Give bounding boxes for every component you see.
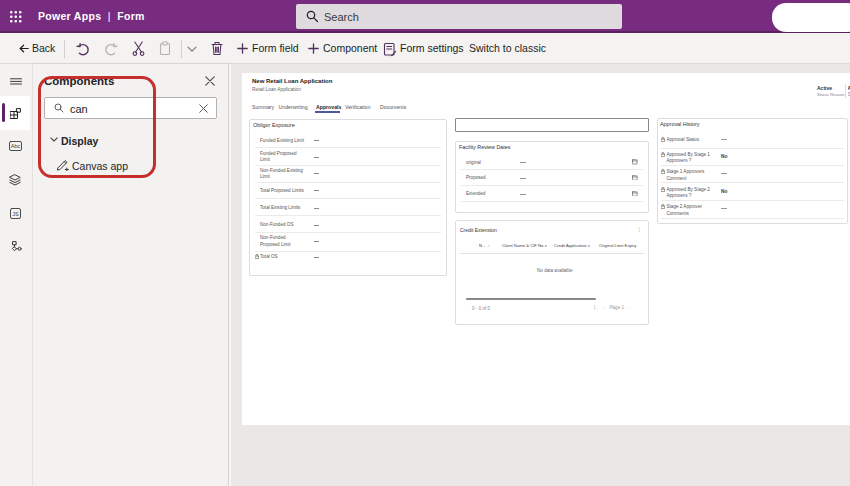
svg-text:JS: JS: [12, 210, 19, 216]
svg-text:Abc: Abc: [11, 143, 21, 149]
